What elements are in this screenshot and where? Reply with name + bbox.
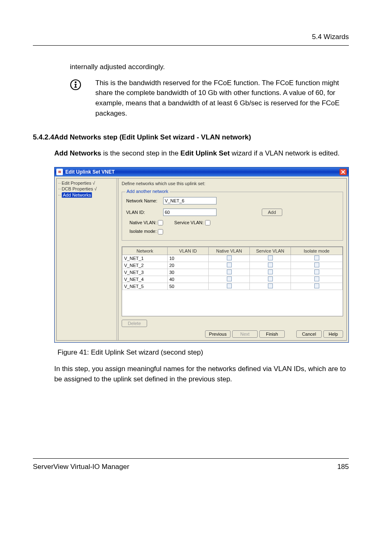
network-name-input[interactable]: [163, 197, 217, 204]
service-vlan-checkbox[interactable]: [205, 220, 210, 225]
previous-button[interactable]: Previous: [205, 330, 231, 338]
cell-native-vlan[interactable]: [209, 276, 250, 283]
native-vlan-checkbox[interactable]: [158, 220, 163, 225]
network-name-label: Network Name:: [126, 198, 163, 203]
tree-item-dcb-properties[interactable]: DCB Properties √: [58, 186, 116, 192]
footer-product: ServerView Virtual-IO Manager: [33, 463, 129, 471]
wizard-content: Define networks which use this uplink se…: [118, 178, 347, 341]
info-icon: [70, 79, 81, 91]
footer-page-number: 185: [337, 463, 349, 471]
intro-mid: is the second step in the: [101, 149, 180, 157]
service-vlan-label: Service VLAN:: [174, 220, 204, 225]
close-button[interactable]: [339, 169, 347, 175]
cell-vlan-id: 50: [168, 283, 209, 290]
cell-network: V_NET_3: [122, 269, 168, 276]
cell-vlan-id: 40: [168, 276, 209, 283]
isolate-mode-checkbox[interactable]: [158, 229, 163, 234]
cell-network: V_NET_4: [122, 276, 168, 283]
wizard-window: ≋ Edit Uplink Set VNET Edit Properties √…: [54, 167, 349, 343]
cell-network: V_NET_5: [122, 283, 168, 290]
cell-service-vlan[interactable]: [250, 283, 291, 290]
add-network-fieldset: Add another network Network Name: VLAN I…: [122, 192, 343, 241]
cancel-button[interactable]: Cancel: [296, 330, 322, 338]
intro-bold-1: Add Networks: [54, 149, 101, 157]
isolate-mode-label: Isolate mode:: [129, 229, 157, 234]
col-isolate-mode[interactable]: Isolate mode: [291, 247, 343, 255]
isolate-mode-group: Isolate mode:: [126, 229, 339, 234]
cell-isolate-mode[interactable]: [291, 255, 343, 262]
cell-native-vlan[interactable]: [209, 269, 250, 276]
next-button[interactable]: Next: [232, 330, 258, 338]
cell-network: V_NET_2: [122, 262, 168, 269]
tree-item-add-networks[interactable]: Add Networks: [58, 192, 116, 198]
info-paragraph: This is the bandwidth reserved for the F…: [95, 78, 349, 119]
fieldset-legend: Add another network: [125, 189, 170, 194]
paragraph-adjusted: internally adjusted accordingly.: [70, 62, 349, 72]
titlebar[interactable]: ≋ Edit Uplink Set VNET: [55, 167, 348, 176]
table-row[interactable]: V_NET_330: [122, 269, 343, 276]
table-row[interactable]: V_NET_440: [122, 276, 343, 283]
cell-isolate-mode[interactable]: [291, 276, 343, 283]
section-number: 5.4.2.4: [33, 133, 54, 142]
header-divider: [33, 45, 349, 46]
cell-isolate-mode[interactable]: [291, 283, 343, 290]
finish-button[interactable]: Finish: [259, 330, 285, 338]
svg-rect-4: [74, 87, 77, 88]
vlan-id-input[interactable]: [163, 209, 217, 216]
cell-isolate-mode[interactable]: [291, 269, 343, 276]
service-vlan-group: Service VLAN:: [174, 220, 212, 226]
section-header: 5.4 Wizards: [33, 33, 349, 41]
col-native-vlan[interactable]: Native VLAN: [209, 247, 250, 255]
native-vlan-label: Native VLAN:: [129, 220, 157, 225]
cell-service-vlan[interactable]: [250, 269, 291, 276]
window-title: Edit Uplink Set VNET: [65, 169, 339, 175]
svg-rect-3: [75, 84, 76, 87]
cell-native-vlan[interactable]: [209, 283, 250, 290]
wizard-step-tree: Edit Properties √ DCB Properties √ Add N…: [56, 178, 118, 341]
cell-service-vlan[interactable]: [250, 255, 291, 262]
delete-button[interactable]: Delete: [122, 320, 147, 327]
cell-service-vlan[interactable]: [250, 262, 291, 269]
tree-item-edit-properties[interactable]: Edit Properties √: [58, 180, 116, 186]
intro-after: wizard if a VLAN network is edited.: [230, 149, 339, 157]
help-button[interactable]: Help: [323, 330, 343, 338]
networks-table[interactable]: Network VLAN ID Native VLAN Service VLAN…: [122, 247, 343, 290]
content-heading: Define networks which use this uplink se…: [122, 181, 343, 186]
section-title: Add Networks step (Edit Uplink Set wizar…: [54, 133, 251, 141]
intro-paragraph: Add Networks is the second step in the E…: [54, 149, 349, 159]
tree-selected-label: Add Networks: [62, 192, 92, 198]
table-row[interactable]: V_NET_110: [122, 255, 343, 262]
cell-vlan-id: 10: [168, 255, 209, 262]
networks-table-container: Network VLAN ID Native VLAN Service VLAN…: [122, 246, 343, 316]
cell-native-vlan[interactable]: [209, 255, 250, 262]
table-row[interactable]: V_NET_550: [122, 283, 343, 290]
intro-bold-2: Edit Uplink Set: [180, 149, 230, 157]
cell-vlan-id: 30: [168, 269, 209, 276]
figure-caption: Figure 41: Edit Uplink Set wizard (secon…: [58, 348, 349, 357]
native-vlan-group: Native VLAN:: [129, 220, 164, 226]
col-vlan-id[interactable]: VLAN ID: [168, 247, 209, 255]
cell-isolate-mode[interactable]: [291, 262, 343, 269]
table-row[interactable]: V_NET_220: [122, 262, 343, 269]
closing-paragraph: In this step, you assign meaningful name…: [54, 364, 349, 384]
vlan-id-label: VLAN ID:: [126, 210, 163, 215]
svg-point-1: [75, 81, 76, 83]
col-service-vlan[interactable]: Service VLAN: [250, 247, 291, 255]
col-network[interactable]: Network: [122, 247, 168, 255]
add-button[interactable]: Add: [262, 209, 282, 216]
java-icon: ≋: [56, 169, 63, 175]
cell-vlan-id: 20: [168, 262, 209, 269]
cell-network: V_NET_1: [122, 255, 168, 262]
cell-service-vlan[interactable]: [250, 276, 291, 283]
cell-native-vlan[interactable]: [209, 262, 250, 269]
